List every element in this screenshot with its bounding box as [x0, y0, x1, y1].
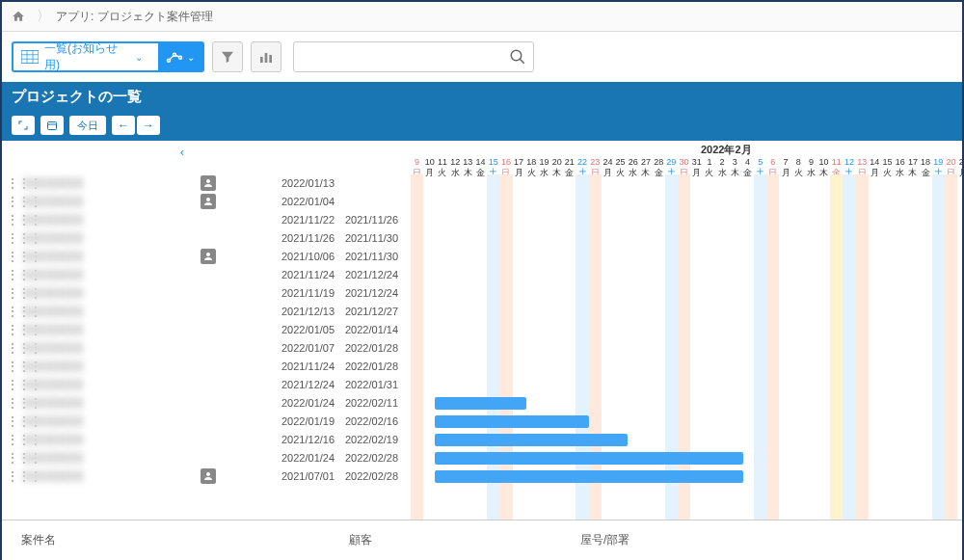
drag-handle-icon[interactable]: ⋮⋮⋮: [6, 471, 17, 481]
left-pane: ⋮⋮⋮████████2022/01/13⋮⋮⋮████████2022/01/…: [2, 141, 411, 526]
toolbar: 一覧(お知らせ用) ⌄ ⌄: [2, 32, 962, 82]
chart-button[interactable]: [251, 41, 281, 72]
gantt-row: [411, 431, 962, 449]
svg-point-20: [206, 472, 210, 476]
section-title: プロジェクトの一覧: [2, 82, 962, 112]
avatar: [201, 175, 216, 191]
gantt-bar[interactable]: [435, 415, 589, 428]
chevron-down-icon: ⌄: [127, 52, 150, 63]
table-row[interactable]: ⋮⋮⋮████████2021/12/242022/01/31: [2, 376, 411, 394]
svg-point-13: [511, 50, 522, 61]
row-dates: 2021/11/192021/12/24: [281, 287, 403, 299]
row-title: ████████: [23, 452, 168, 464]
gantt-bar[interactable]: [435, 470, 743, 483]
chevron-down-icon: ⌄: [187, 52, 195, 63]
home-icon[interactable]: [12, 10, 25, 23]
collapse-left-button[interactable]: ‹: [175, 145, 189, 160]
svg-point-17: [206, 179, 210, 183]
row-dates: 2022/01/04: [281, 196, 403, 207]
gantt-bar[interactable]: [435, 452, 743, 465]
search-input[interactable]: [293, 41, 534, 72]
search-icon[interactable]: [509, 48, 526, 66]
drag-handle-icon[interactable]: ⋮⋮⋮: [6, 380, 17, 389]
gantt-row: [411, 394, 962, 413]
prev-button[interactable]: ←: [112, 116, 135, 135]
table-row[interactable]: ⋮⋮⋮████████2022/01/242022/02/11: [2, 394, 411, 413]
drag-handle-icon[interactable]: ⋮⋮⋮: [6, 233, 17, 243]
filter-button[interactable]: [212, 41, 243, 72]
table-row[interactable]: ⋮⋮⋮████████2021/11/262021/11/30: [2, 229, 411, 248]
calendar-button[interactable]: [40, 116, 64, 135]
row-dates: 2021/12/242022/01/31: [281, 379, 403, 390]
table-row[interactable]: ⋮⋮⋮████████2022/01/052022/01/14: [2, 321, 411, 339]
table-row[interactable]: ⋮⋮⋮████████2021/11/192021/12/24: [2, 284, 411, 303]
table-row[interactable]: ⋮⋮⋮████████2022/01/04: [2, 193, 411, 211]
svg-line-14: [520, 59, 524, 64]
drag-handle-icon[interactable]: ⋮⋮⋮: [6, 361, 17, 371]
row-dates: 2021/11/262021/11/30: [281, 232, 403, 244]
footer-col-customer[interactable]: 顧客: [330, 528, 561, 552]
gantt-row: [411, 376, 962, 394]
table-row[interactable]: ⋮⋮⋮████████2022/01/192022/02/16: [2, 413, 411, 431]
gantt-row: [411, 211, 962, 229]
table-row[interactable]: ⋮⋮⋮████████2021/12/132021/12/27: [2, 303, 411, 321]
drag-handle-icon[interactable]: ⋮⋮⋮: [6, 288, 17, 298]
footer-col-name[interactable]: 案件名: [2, 528, 330, 552]
row-dates: 2022/01/072022/01/28: [281, 342, 403, 354]
expand-button[interactable]: [12, 116, 35, 135]
drag-handle-icon[interactable]: ⋮⋮⋮: [6, 416, 17, 426]
gantt-row: [411, 303, 962, 321]
table-row[interactable]: ⋮⋮⋮████████2021/12/162022/02/19: [2, 431, 411, 449]
row-dates: 2022/01/242022/02/11: [281, 397, 403, 409]
table-row[interactable]: ⋮⋮⋮████████2022/01/242022/02/28: [2, 449, 411, 467]
row-dates: 2021/10/062021/11/30: [281, 251, 403, 262]
drag-handle-icon[interactable]: ⋮⋮⋮: [6, 435, 17, 444]
table-row[interactable]: ⋮⋮⋮████████2021/07/012022/02/28: [2, 467, 411, 486]
drag-handle-icon[interactable]: ⋮⋮⋮: [6, 197, 17, 206]
footer-col-dept[interactable]: 屋号/部署: [561, 528, 649, 552]
view-selector[interactable]: 一覧(お知らせ用) ⌄ ⌄: [12, 41, 204, 72]
drag-handle-icon[interactable]: ⋮⋮⋮: [6, 270, 17, 280]
row-dates: 2021/07/012022/02/28: [281, 470, 403, 482]
drag-handle-icon[interactable]: ⋮⋮⋮: [6, 398, 17, 408]
row-title: ████████: [23, 232, 168, 244]
drag-handle-icon[interactable]: ⋮⋮⋮: [6, 252, 17, 261]
row-title: ████████: [23, 470, 168, 482]
breadcrumb-sep: 〉: [37, 8, 50, 25]
gantt-row: [411, 413, 962, 431]
grid-icon: [21, 50, 39, 64]
funnel-icon: [220, 49, 235, 65]
drag-handle-icon[interactable]: ⋮⋮⋮: [6, 215, 17, 225]
gantt-row: [411, 229, 962, 248]
table-row[interactable]: ⋮⋮⋮████████2021/10/062021/11/30: [2, 248, 411, 266]
table-row[interactable]: ⋮⋮⋮████████2021/11/242022/01/28: [2, 358, 411, 376]
table-row[interactable]: ⋮⋮⋮████████2021/11/242021/12/24: [2, 266, 411, 284]
bar-chart-icon: [258, 49, 274, 65]
table-row[interactable]: ⋮⋮⋮████████2021/11/222021/11/26: [2, 211, 411, 229]
drag-handle-icon[interactable]: ⋮⋮⋮: [6, 343, 17, 353]
today-button[interactable]: 今日: [69, 116, 106, 135]
row-title: ████████: [23, 324, 168, 335]
svg-rect-10: [260, 57, 263, 63]
gantt-pane: 2022年2月 9日10月11火12水13木14金15土16日17月18火19水…: [411, 141, 962, 526]
view-graph-button[interactable]: ⌄: [158, 43, 202, 70]
gantt-row: [411, 284, 962, 303]
gantt-bar[interactable]: [435, 397, 526, 410]
drag-handle-icon[interactable]: ⋮⋮⋮: [6, 325, 17, 334]
table-row[interactable]: ⋮⋮⋮████████2022/01/13: [2, 174, 411, 193]
gantt-row: [411, 321, 962, 339]
svg-point-19: [206, 253, 210, 256]
row-title: ████████: [23, 214, 168, 226]
row-title: ████████: [23, 196, 168, 207]
gantt-row: [411, 339, 962, 358]
row-title: ████████: [23, 269, 168, 280]
drag-handle-icon[interactable]: ⋮⋮⋮: [6, 307, 17, 316]
breadcrumb: 〉 アプリ: プロジェクト案件管理: [2, 2, 962, 32]
view-name: 一覧(お知らせ用): [44, 40, 121, 73]
table-row[interactable]: ⋮⋮⋮████████2022/01/072022/01/28: [2, 339, 411, 358]
drag-handle-icon[interactable]: ⋮⋮⋮: [6, 178, 17, 188]
gantt-bar[interactable]: [435, 434, 628, 446]
next-button[interactable]: →: [137, 116, 160, 135]
breadcrumb-app[interactable]: アプリ: プロジェクト案件管理: [56, 9, 213, 25]
drag-handle-icon[interactable]: ⋮⋮⋮: [6, 453, 17, 463]
